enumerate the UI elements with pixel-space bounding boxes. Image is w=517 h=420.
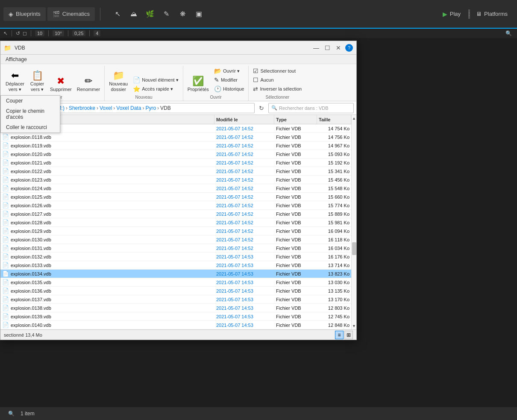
- crumb-sherbrooke[interactable]: Sherbrooke: [69, 105, 95, 111]
- foliage-icon-btn[interactable]: 🌿: [143, 7, 157, 21]
- address-search[interactable]: 🔍 Rechercher dans : VDB: [268, 103, 354, 113]
- help-button[interactable]: ?: [345, 44, 353, 52]
- refresh-button[interactable]: ↻: [256, 103, 267, 113]
- popup-couper[interactable]: Couper: [1, 96, 60, 106]
- scroll-thumb[interactable]: [352, 242, 356, 255]
- table-row[interactable]: 📄explosion.0121.vdb2021-05-07 14:52Fichi…: [0, 159, 351, 167]
- inverser-label: Inverser la sélection: [260, 86, 302, 91]
- table-row[interactable]: 📄explosion.0134.vdb2021-05-07 14:53Fichi…: [0, 270, 351, 278]
- crumb-voxel-data[interactable]: Voxel Data: [116, 105, 141, 111]
- table-row[interactable]: 📄explosion.0128.vdb2021-05-07 14:52Fichi…: [0, 218, 351, 227]
- table-row[interactable]: 📄explosion.0140.vdb2021-05-07 14:53Fichi…: [0, 321, 351, 329]
- table-row[interactable]: 📄explosion.0119.vdb2021-05-07 14:52Fichi…: [0, 141, 351, 150]
- file-type-cell: Fichier VDB: [274, 152, 317, 157]
- file-size-cell: 15 548 Ko: [317, 186, 351, 191]
- ribbon-btn-supprimer[interactable]: ✖ Supprimer: [48, 76, 73, 93]
- table-row[interactable]: 📄explosion.0131.vdb2021-05-07 14:52Fichi…: [0, 244, 351, 253]
- file-name: explosion.0127.vdb: [11, 211, 51, 217]
- physics-icon-btn[interactable]: ❋: [176, 7, 189, 21]
- scroll-down-arrow[interactable]: ▼: [352, 323, 357, 329]
- ribbon-btn-nouveau-dossier[interactable]: 📁 Nouveaudossier: [107, 70, 129, 93]
- cursor-icon[interactable]: ↖: [3, 30, 8, 36]
- ribbon-btn-copier[interactable]: 📋 Copiervers ▾: [28, 70, 47, 93]
- table-row[interactable]: 📄explosion.0138.vdb2021-05-07 14:53Fichi…: [0, 304, 351, 312]
- table-row[interactable]: 📄explosion.0123.vdb2021-05-07 14:52Fichi…: [0, 176, 351, 184]
- popup-copy-path[interactable]: Copier le chemin d'accès: [1, 106, 60, 122]
- ribbon-btn-selectionner-tout[interactable]: ☑ Sélectionner tout: [251, 67, 303, 75]
- file-name: explosion.0122.vdb: [11, 169, 51, 174]
- table-row[interactable]: 📄explosion.0125.vdb2021-05-07 14:52Fichi…: [0, 193, 351, 201]
- ribbon-btn-proprietes[interactable]: ✅ Propriétés: [186, 76, 211, 93]
- crumb-pyro[interactable]: Pyro: [145, 105, 156, 111]
- file-size-cell: 12 848 Ko: [317, 323, 351, 328]
- table-row[interactable]: 📄explosion.0132.vdb2021-05-07 14:53Fichi…: [0, 253, 351, 261]
- table-row[interactable]: 📄explosion.0126.vdb2021-05-07 14:52Fichi…: [0, 201, 351, 210]
- view-large-button[interactable]: ⊞: [344, 331, 353, 339]
- tab-blueprints[interactable]: ◈ Blueprints: [3, 7, 46, 21]
- file-name: explosion.0132.vdb: [11, 254, 51, 259]
- toolbar2-search-icon[interactable]: 🔍: [503, 29, 514, 37]
- file-name-cell: 📄explosion.0128.vdb: [0, 219, 214, 226]
- addr-sep3: ›: [113, 105, 115, 111]
- ribbon-btn-historique[interactable]: 🕐 Historique: [212, 85, 246, 93]
- ribbon-btn-modifier[interactable]: ✎ Modifier: [212, 76, 246, 84]
- minimize-button[interactable]: —: [311, 43, 321, 53]
- table-row[interactable]: 📄explosion.0133.vdb2021-05-07 14:53Fichi…: [0, 261, 351, 270]
- angle-value[interactable]: 10°: [53, 30, 64, 36]
- vertical-scrollbar[interactable]: ▲ ▼: [351, 115, 356, 329]
- col-header-date[interactable]: Modifié le: [214, 115, 274, 124]
- file-icon: 📄: [2, 159, 9, 166]
- table-row[interactable]: 📄explosion.0120.vdb2021-05-07 14:52Fichi…: [0, 150, 351, 159]
- scroll-track[interactable]: [352, 122, 357, 323]
- tab-cinematics[interactable]: 🎬 Cinematics: [47, 7, 95, 21]
- table-row[interactable]: 📄explosion.0135.vdb2021-05-07 14:53Fichi…: [0, 278, 351, 287]
- scale-value[interactable]: 0,25: [72, 30, 85, 36]
- crumb-voxel[interactable]: Voxel: [100, 105, 112, 111]
- file-name-cell: 📄explosion.0123.vdb: [0, 176, 214, 183]
- ribbon-btn-inverser[interactable]: ⇄ Inverser la sélection: [251, 85, 303, 93]
- table-row[interactable]: 📄explosion.0124.vdb2021-05-07 14:52Fichi…: [0, 184, 351, 193]
- file-name-cell: 📄explosion.0129.vdb: [0, 228, 214, 234]
- snap-icon[interactable]: ◻: [23, 30, 27, 36]
- grid-value[interactable]: 10: [35, 30, 44, 36]
- platforms-button[interactable]: 🖥 Platforms: [470, 8, 514, 20]
- col-header-type[interactable]: Type: [274, 115, 317, 124]
- table-row[interactable]: 📄explosion.0127.vdb2021-05-07 14:52Fichi…: [0, 210, 351, 218]
- geometry-icon-btn[interactable]: ▣: [192, 7, 206, 21]
- crumb-vdb: VDB: [160, 105, 171, 111]
- nouveau-dossier-label: Nouveaudossier: [109, 81, 128, 92]
- popup-menu: Couper Copier le chemin d'accès Coller l…: [0, 95, 60, 133]
- table-row[interactable]: 📄explosion.0118.vdb2021-05-07 14:52Fichi…: [0, 133, 351, 141]
- ribbon-btn-nouvel-element[interactable]: 📄 Nouvel élément ▾: [131, 76, 180, 84]
- table-row[interactable]: 📄explosion.0136.vdb2021-05-07 14:53Fichi…: [0, 287, 351, 295]
- popup-coller-raccourci[interactable]: Coller le raccourci: [1, 122, 60, 132]
- file-size-cell: 15 660 Ko: [317, 194, 351, 200]
- ribbon-btn-deplacer[interactable]: ⬅ Déplacervers ▾: [4, 70, 26, 93]
- mesh-paint-icon-btn[interactable]: ✎: [159, 7, 173, 21]
- file-name: explosion.0118.vdb: [11, 135, 51, 140]
- table-row[interactable]: 📄explosion.0137.vdb2021-05-07 14:53Fichi…: [0, 295, 351, 304]
- ribbon-btn-renommer[interactable]: ✏ Renommer: [75, 76, 102, 93]
- select-icon-btn[interactable]: ↖: [111, 7, 124, 21]
- refresh-icon[interactable]: ↺: [16, 30, 20, 36]
- layers-value[interactable]: 4: [94, 30, 100, 36]
- file-icon: 📄: [2, 185, 9, 191]
- bottom-items-count: 1 item: [21, 411, 35, 417]
- menu-affichage[interactable]: Affichage: [2, 56, 30, 63]
- table-row[interactable]: 📄explosion.0122.vdb2021-05-07 14:52Fichi…: [0, 167, 351, 176]
- table-row[interactable]: 📄explosion.0139.vdb2021-05-07 14:53Fichi…: [0, 312, 351, 321]
- view-list-button[interactable]: ≡: [335, 331, 344, 339]
- col-header-size[interactable]: Taille: [317, 115, 351, 124]
- play-button[interactable]: ▶ Play: [437, 8, 467, 20]
- ribbon-btn-acces-rapide[interactable]: ⭐ Accès rapide ▾: [131, 85, 180, 93]
- table-row[interactable]: 📄explosion.0129.vdb2021-05-07 14:52Fichi…: [0, 227, 351, 235]
- scroll-up-arrow[interactable]: ▲: [352, 115, 357, 122]
- bottom-search-icon[interactable]: 🔍: [5, 409, 17, 418]
- nouveau-label: Nouveau: [107, 94, 180, 101]
- ribbon-btn-aucun[interactable]: ☐ Aucun: [251, 76, 303, 84]
- table-row[interactable]: 📄explosion.0130.vdb2021-05-07 14:52Fichi…: [0, 235, 351, 244]
- maximize-button[interactable]: ☐: [322, 43, 332, 53]
- close-button[interactable]: ✕: [333, 43, 344, 53]
- landscape-icon-btn[interactable]: ⛰: [127, 7, 141, 21]
- ribbon-btn-ouvrir[interactable]: 📂 Ouvrir ▾: [212, 67, 246, 75]
